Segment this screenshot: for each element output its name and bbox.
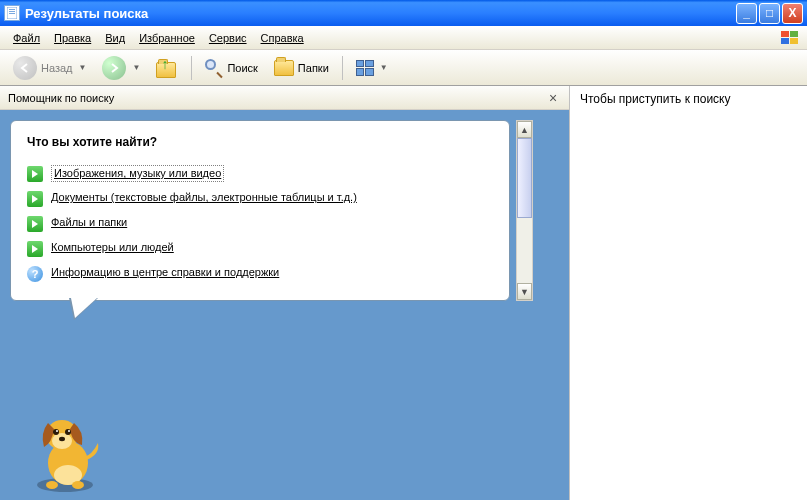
option-pictures-music-video[interactable]: Изображения, музыку или видео: [27, 161, 497, 186]
svg-rect-5: [790, 31, 798, 37]
arrow-right-icon: [27, 191, 43, 207]
toolbar: Назад ▼ ▼ ↑ Поиск Папки ▼: [0, 50, 807, 86]
maximize-button[interactable]: □: [759, 3, 780, 24]
menu-help[interactable]: Справка: [254, 29, 311, 47]
title-bar: Результаты поиска _ □ X: [0, 0, 807, 26]
svg-point-19: [72, 481, 84, 489]
menu-bar: Файл Правка Вид Избранное Сервис Справка: [0, 26, 807, 50]
search-assistant-pane: Помощник по поиску × Что вы хотите найти…: [0, 86, 570, 500]
menu-edit[interactable]: Правка: [47, 29, 98, 47]
option-label: Документы (текстовые файлы, электронные …: [51, 190, 357, 205]
svg-point-13: [53, 429, 59, 435]
folders-button[interactable]: Папки: [267, 56, 336, 80]
results-hint: Чтобы приступить к поиску: [580, 92, 731, 106]
option-label: Файлы и папки: [51, 215, 127, 230]
scroll-up-button[interactable]: ▲: [517, 121, 532, 138]
svg-rect-7: [790, 38, 798, 44]
option-label: Информацию в центре справки и поддержки: [51, 265, 279, 280]
search-icon: [205, 59, 223, 77]
option-computers-people[interactable]: Компьютеры или людей: [27, 236, 497, 261]
arrow-right-icon: [27, 216, 43, 232]
back-dropdown-icon: ▼: [79, 63, 87, 72]
svg-point-15: [56, 430, 58, 432]
windows-flag-icon: [779, 29, 801, 47]
option-files-folders[interactable]: Файлы и папки: [27, 211, 497, 236]
svg-point-16: [68, 430, 70, 432]
svg-point-14: [65, 429, 71, 435]
pane-title: Помощник по поиску: [8, 92, 545, 104]
svg-point-18: [46, 481, 58, 489]
balloon-heading: Что вы хотите найти?: [27, 135, 497, 149]
svg-rect-4: [781, 31, 789, 37]
window-icon: [4, 5, 20, 21]
option-documents[interactable]: Документы (текстовые файлы, электронные …: [27, 186, 497, 211]
toolbar-separator: [191, 56, 192, 80]
forward-button[interactable]: ▼: [95, 52, 147, 84]
svg-rect-6: [781, 38, 789, 44]
menu-view[interactable]: Вид: [98, 29, 132, 47]
scrollbar[interactable]: ▲ ▼: [516, 120, 533, 301]
back-label: Назад: [41, 62, 73, 74]
menu-file[interactable]: Файл: [6, 29, 47, 47]
close-button[interactable]: X: [782, 3, 803, 24]
back-arrow-icon: [13, 56, 37, 80]
menu-favorites[interactable]: Избранное: [132, 29, 202, 47]
pane-close-button[interactable]: ×: [545, 90, 561, 106]
search-dog-mascot: [20, 405, 110, 495]
pane-header: Помощник по поиску ×: [0, 86, 569, 110]
folders-icon: [274, 60, 294, 76]
search-button[interactable]: Поиск: [198, 55, 264, 81]
window-controls: _ □ X: [736, 3, 803, 24]
scroll-down-button[interactable]: ▼: [517, 283, 532, 300]
forward-arrow-icon: [102, 56, 126, 80]
arrow-right-icon: [27, 166, 43, 182]
minimize-button[interactable]: _: [736, 3, 757, 24]
search-label: Поиск: [227, 62, 257, 74]
views-button[interactable]: ▼: [349, 56, 395, 80]
option-label: Изображения, музыку или видео: [51, 165, 224, 182]
svg-point-17: [59, 437, 65, 441]
svg-rect-1: [9, 9, 15, 10]
help-icon: ?: [27, 266, 43, 282]
up-folder-icon: ↑: [156, 58, 178, 78]
window-title: Результаты поиска: [25, 6, 736, 21]
speech-balloon: Что вы хотите найти? Изображения, музыку…: [10, 120, 510, 301]
up-button[interactable]: ↑: [149, 54, 185, 82]
option-help-center[interactable]: ? Информацию в центре справки и поддержк…: [27, 261, 497, 286]
assistant-background: Что вы хотите найти? Изображения, музыку…: [0, 110, 569, 500]
folders-label: Папки: [298, 62, 329, 74]
views-icon: [356, 60, 374, 76]
views-dropdown-icon: ▼: [380, 63, 388, 72]
option-label: Компьютеры или людей: [51, 240, 174, 255]
content-area: Помощник по поиску × Что вы хотите найти…: [0, 86, 807, 500]
toolbar-separator: [342, 56, 343, 80]
back-button[interactable]: Назад ▼: [6, 52, 93, 84]
svg-rect-3: [9, 13, 15, 14]
menu-tools[interactable]: Сервис: [202, 29, 254, 47]
results-area: Чтобы приступить к поиску: [570, 86, 807, 500]
forward-dropdown-icon: ▼: [132, 63, 140, 72]
arrow-right-icon: [27, 241, 43, 257]
svg-rect-2: [9, 11, 15, 12]
scroll-thumb[interactable]: [517, 138, 532, 218]
